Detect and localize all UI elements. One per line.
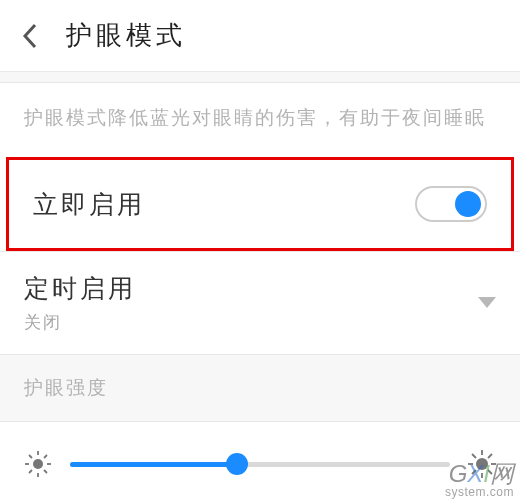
enable-now-toggle[interactable]: [415, 186, 487, 222]
svg-line-15: [472, 454, 476, 458]
toggle-knob: [455, 191, 481, 217]
intensity-section-label: 护眼强度: [0, 354, 520, 422]
brightness-low-icon: [24, 450, 52, 478]
watermark-x: X: [467, 460, 483, 487]
slider-thumb[interactable]: [226, 453, 248, 475]
back-icon[interactable]: [22, 23, 38, 49]
slider-fill: [70, 462, 237, 467]
page-title: 护眼模式: [66, 18, 186, 53]
enable-now-row[interactable]: 立即启用: [9, 160, 511, 248]
scheduled-label: 定时启用: [24, 272, 136, 305]
intensity-slider-row: [0, 422, 520, 500]
watermark-domain: system.com: [445, 486, 514, 498]
svg-line-17: [488, 454, 492, 458]
watermark-g: G: [449, 460, 468, 487]
description-text: 护眼模式降低蓝光对眼睛的伤害，有助于夜间睡眠: [0, 83, 520, 153]
section-divider: [0, 71, 520, 83]
svg-line-9: [29, 470, 32, 473]
watermark-i: I: [483, 460, 490, 487]
chevron-down-icon: [478, 297, 496, 309]
scheduled-row[interactable]: 定时启用 关闭: [0, 252, 520, 354]
svg-line-6: [29, 455, 32, 458]
svg-line-7: [44, 470, 47, 473]
svg-point-1: [33, 459, 43, 469]
svg-marker-0: [478, 297, 496, 308]
scheduled-status: 关闭: [24, 311, 136, 334]
intensity-slider[interactable]: [70, 462, 450, 467]
svg-line-8: [44, 455, 47, 458]
watermark-suffix: 网: [490, 460, 514, 487]
highlight-enable-now: 立即启用: [6, 157, 514, 251]
header-bar: 护眼模式: [0, 0, 520, 71]
enable-now-label: 立即启用: [33, 188, 145, 221]
watermark: GXI网 system.com: [445, 462, 514, 498]
